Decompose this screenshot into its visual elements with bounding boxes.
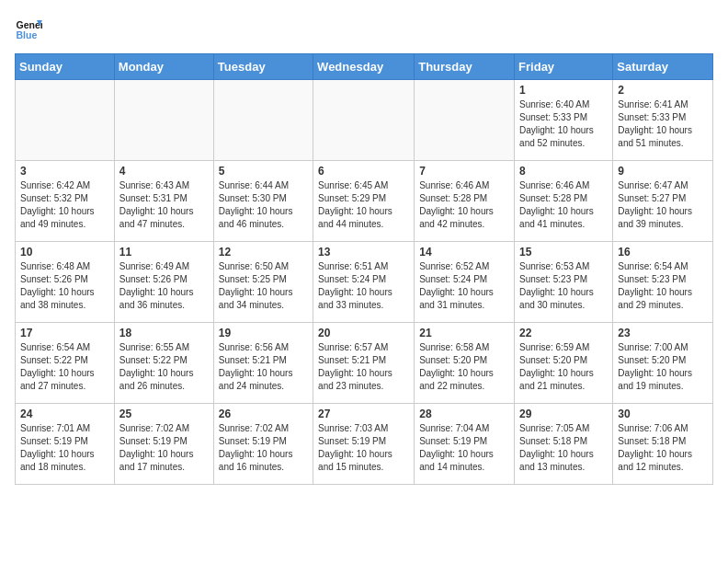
calendar-day-cell: 25Sunrise: 7:02 AM Sunset: 5:19 PM Dayli… — [114, 404, 213, 485]
day-info: Sunrise: 6:46 AM Sunset: 5:28 PM Dayligh… — [519, 179, 608, 231]
day-info: Sunrise: 6:42 AM Sunset: 5:32 PM Dayligh… — [20, 179, 109, 231]
calendar-day-cell — [415, 80, 515, 161]
weekday-header: Wednesday — [313, 54, 415, 80]
day-info: Sunrise: 6:44 AM Sunset: 5:30 PM Dayligh… — [219, 179, 308, 231]
day-number: 6 — [318, 165, 409, 178]
calendar-day-cell: 27Sunrise: 7:03 AM Sunset: 5:19 PM Dayli… — [313, 404, 415, 485]
day-number: 29 — [519, 408, 608, 420]
day-number: 26 — [219, 408, 308, 420]
calendar-day-cell: 24Sunrise: 7:01 AM Sunset: 5:19 PM Dayli… — [16, 404, 115, 485]
calendar-day-cell: 23Sunrise: 7:00 AM Sunset: 5:20 PM Dayli… — [613, 323, 713, 404]
calendar-day-cell: 26Sunrise: 7:02 AM Sunset: 5:19 PM Dayli… — [213, 404, 313, 485]
svg-text:Blue: Blue — [17, 29, 38, 40]
calendar-table: SundayMondayTuesdayWednesdayThursdayFrid… — [15, 53, 713, 485]
day-info: Sunrise: 7:06 AM Sunset: 5:18 PM Dayligh… — [618, 422, 708, 474]
calendar-day-cell: 15Sunrise: 6:53 AM Sunset: 5:23 PM Dayli… — [515, 242, 613, 323]
day-info: Sunrise: 6:59 AM Sunset: 5:20 PM Dayligh… — [519, 341, 608, 393]
day-info: Sunrise: 6:48 AM Sunset: 5:26 PM Dayligh… — [20, 260, 109, 312]
day-number: 4 — [119, 165, 209, 178]
calendar-day-cell: 2Sunrise: 6:41 AM Sunset: 5:33 PM Daylig… — [613, 80, 713, 161]
calendar-day-cell: 8Sunrise: 6:46 AM Sunset: 5:28 PM Daylig… — [515, 161, 613, 242]
weekday-header: Thursday — [415, 54, 515, 80]
calendar-day-cell — [16, 80, 115, 161]
weekday-header: Friday — [515, 54, 613, 80]
day-info: Sunrise: 6:54 AM Sunset: 5:23 PM Dayligh… — [618, 260, 708, 312]
day-info: Sunrise: 6:50 AM Sunset: 5:25 PM Dayligh… — [219, 260, 308, 312]
calendar-day-cell: 28Sunrise: 7:04 AM Sunset: 5:19 PM Dayli… — [415, 404, 515, 485]
logo-icon: General Blue — [15, 15, 42, 42]
day-number: 16 — [618, 246, 708, 259]
calendar-day-cell: 6Sunrise: 6:45 AM Sunset: 5:29 PM Daylig… — [313, 161, 415, 242]
calendar-day-cell: 21Sunrise: 6:58 AM Sunset: 5:20 PM Dayli… — [415, 323, 515, 404]
calendar-day-cell: 9Sunrise: 6:47 AM Sunset: 5:27 PM Daylig… — [613, 161, 713, 242]
calendar-day-cell: 3Sunrise: 6:42 AM Sunset: 5:32 PM Daylig… — [16, 161, 115, 242]
calendar-day-cell: 7Sunrise: 6:46 AM Sunset: 5:28 PM Daylig… — [415, 161, 515, 242]
day-number: 11 — [119, 246, 209, 259]
calendar-week-row: 17Sunrise: 6:54 AM Sunset: 5:22 PM Dayli… — [16, 323, 713, 404]
calendar-week-row: 10Sunrise: 6:48 AM Sunset: 5:26 PM Dayli… — [16, 242, 713, 323]
calendar-week-row: 1Sunrise: 6:40 AM Sunset: 5:33 PM Daylig… — [16, 80, 713, 161]
day-number: 12 — [219, 246, 308, 259]
calendar-day-cell: 16Sunrise: 6:54 AM Sunset: 5:23 PM Dayli… — [613, 242, 713, 323]
day-number: 13 — [318, 246, 409, 259]
day-number: 1 — [519, 84, 608, 97]
day-info: Sunrise: 6:41 AM Sunset: 5:33 PM Dayligh… — [618, 98, 708, 150]
day-number: 24 — [20, 408, 109, 420]
day-number: 30 — [618, 408, 708, 420]
day-number: 8 — [519, 165, 608, 178]
day-info: Sunrise: 7:04 AM Sunset: 5:19 PM Dayligh… — [419, 422, 509, 474]
day-number: 2 — [618, 84, 708, 97]
calendar-day-cell: 29Sunrise: 7:05 AM Sunset: 5:18 PM Dayli… — [515, 404, 613, 485]
day-info: Sunrise: 6:40 AM Sunset: 5:33 PM Dayligh… — [519, 98, 608, 150]
day-info: Sunrise: 6:45 AM Sunset: 5:29 PM Dayligh… — [318, 179, 409, 231]
day-info: Sunrise: 6:43 AM Sunset: 5:31 PM Dayligh… — [119, 179, 209, 231]
day-number: 14 — [419, 246, 509, 259]
day-number: 28 — [419, 408, 509, 420]
day-number: 10 — [20, 246, 109, 259]
page-header: General Blue — [15, 15, 713, 42]
day-number: 5 — [219, 165, 308, 178]
calendar-day-cell: 12Sunrise: 6:50 AM Sunset: 5:25 PM Dayli… — [213, 242, 313, 323]
calendar-day-cell: 14Sunrise: 6:52 AM Sunset: 5:24 PM Dayli… — [415, 242, 515, 323]
calendar-day-cell: 11Sunrise: 6:49 AM Sunset: 5:26 PM Dayli… — [114, 242, 213, 323]
day-info: Sunrise: 6:58 AM Sunset: 5:20 PM Dayligh… — [419, 341, 509, 393]
weekday-header: Saturday — [613, 54, 713, 80]
day-number: 21 — [419, 327, 509, 339]
day-number: 23 — [618, 327, 708, 339]
day-number: 19 — [219, 327, 308, 339]
day-info: Sunrise: 6:52 AM Sunset: 5:24 PM Dayligh… — [419, 260, 509, 312]
day-info: Sunrise: 6:47 AM Sunset: 5:27 PM Dayligh… — [618, 179, 708, 231]
day-info: Sunrise: 6:49 AM Sunset: 5:26 PM Dayligh… — [119, 260, 209, 312]
day-number: 20 — [318, 327, 409, 339]
calendar-week-row: 24Sunrise: 7:01 AM Sunset: 5:19 PM Dayli… — [16, 404, 713, 485]
calendar-day-cell: 1Sunrise: 6:40 AM Sunset: 5:33 PM Daylig… — [515, 80, 613, 161]
weekday-header: Sunday — [16, 54, 115, 80]
day-number: 7 — [419, 165, 509, 178]
day-info: Sunrise: 7:00 AM Sunset: 5:20 PM Dayligh… — [618, 341, 708, 393]
day-number: 27 — [318, 408, 409, 420]
day-number: 15 — [519, 246, 608, 259]
day-info: Sunrise: 6:57 AM Sunset: 5:21 PM Dayligh… — [318, 341, 409, 393]
calendar-day-cell: 5Sunrise: 6:44 AM Sunset: 5:30 PM Daylig… — [213, 161, 313, 242]
day-info: Sunrise: 6:46 AM Sunset: 5:28 PM Dayligh… — [419, 179, 509, 231]
day-number: 17 — [20, 327, 109, 339]
calendar-day-cell: 10Sunrise: 6:48 AM Sunset: 5:26 PM Dayli… — [16, 242, 115, 323]
day-info: Sunrise: 7:02 AM Sunset: 5:19 PM Dayligh… — [219, 422, 308, 474]
day-number: 9 — [618, 165, 708, 178]
day-info: Sunrise: 6:51 AM Sunset: 5:24 PM Dayligh… — [318, 260, 409, 312]
day-info: Sunrise: 7:05 AM Sunset: 5:18 PM Dayligh… — [519, 422, 608, 474]
calendar-week-row: 3Sunrise: 6:42 AM Sunset: 5:32 PM Daylig… — [16, 161, 713, 242]
calendar-day-cell: 30Sunrise: 7:06 AM Sunset: 5:18 PM Dayli… — [613, 404, 713, 485]
day-info: Sunrise: 6:54 AM Sunset: 5:22 PM Dayligh… — [20, 341, 109, 393]
day-number: 22 — [519, 327, 608, 339]
day-info: Sunrise: 7:02 AM Sunset: 5:19 PM Dayligh… — [119, 422, 209, 474]
calendar-day-cell — [114, 80, 213, 161]
calendar-day-cell: 4Sunrise: 6:43 AM Sunset: 5:31 PM Daylig… — [114, 161, 213, 242]
day-info: Sunrise: 7:03 AM Sunset: 5:19 PM Dayligh… — [318, 422, 409, 474]
calendar-day-cell: 13Sunrise: 6:51 AM Sunset: 5:24 PM Dayli… — [313, 242, 415, 323]
calendar-day-cell: 20Sunrise: 6:57 AM Sunset: 5:21 PM Dayli… — [313, 323, 415, 404]
weekday-header: Tuesday — [213, 54, 313, 80]
day-number: 3 — [20, 165, 109, 178]
day-info: Sunrise: 6:55 AM Sunset: 5:22 PM Dayligh… — [119, 341, 209, 393]
calendar-day-cell: 17Sunrise: 6:54 AM Sunset: 5:22 PM Dayli… — [16, 323, 115, 404]
